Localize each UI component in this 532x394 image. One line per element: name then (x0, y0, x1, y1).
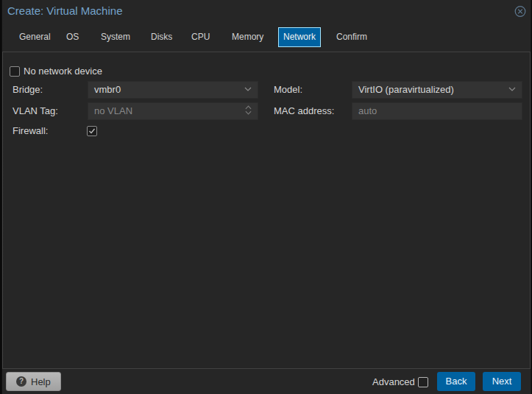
vlan-tag-label: VLAN Tag: (13, 102, 58, 120)
firewall-checkbox[interactable] (87, 126, 97, 136)
chevron-down-icon[interactable] (508, 87, 516, 91)
check-icon (88, 127, 96, 136)
firewall-label: Firewall: (13, 122, 48, 140)
network-form-panel: No network device Bridge: vmbr0 VLAN Tag… (2, 52, 531, 369)
spinner-up-icon[interactable] (245, 105, 252, 110)
tab-memory[interactable]: Memory (227, 27, 268, 47)
tab-network[interactable]: Network (278, 27, 321, 47)
tab-system[interactable]: System (96, 27, 135, 47)
help-button-label: Help (31, 376, 51, 387)
tab-cpu[interactable]: CPU (187, 27, 214, 47)
advanced-label: Advanced (372, 373, 415, 392)
vlan-tag-placeholder: no VLAN (94, 105, 132, 116)
bridge-combo[interactable]: vmbr0 (88, 81, 258, 99)
dialog-title: Create: Virtual Machine (7, 4, 122, 17)
advanced-checkbox[interactable] (418, 377, 428, 387)
model-combo[interactable]: VirtIO (paravirtualized) (352, 81, 522, 99)
model-value: VirtIO (paravirtualized) (358, 84, 454, 95)
help-button[interactable]: ? Help (6, 372, 61, 391)
help-icon: ? (16, 376, 26, 387)
tab-confirm[interactable]: Confirm (332, 27, 372, 47)
next-button[interactable]: Next (483, 372, 521, 391)
close-icon[interactable] (514, 4, 527, 18)
model-label: Model: (274, 81, 302, 99)
vlan-tag-spinner[interactable]: no VLAN (88, 102, 258, 120)
mac-address-input[interactable]: auto (352, 102, 522, 120)
no-network-device-label: No network device (24, 63, 102, 80)
tab-general[interactable]: General (15, 27, 55, 47)
bridge-value: vmbr0 (94, 84, 121, 95)
back-button[interactable]: Back (437, 372, 475, 391)
tab-os[interactable]: OS (62, 27, 83, 47)
mac-address-label: MAC address: (274, 102, 334, 120)
chevron-down-icon[interactable] (244, 87, 252, 91)
bridge-label: Bridge: (13, 81, 43, 99)
mac-address-placeholder: auto (358, 105, 377, 116)
no-network-device-checkbox[interactable] (10, 66, 20, 77)
tab-disks[interactable]: Disks (146, 27, 177, 47)
spinner-down-icon[interactable] (245, 110, 252, 115)
